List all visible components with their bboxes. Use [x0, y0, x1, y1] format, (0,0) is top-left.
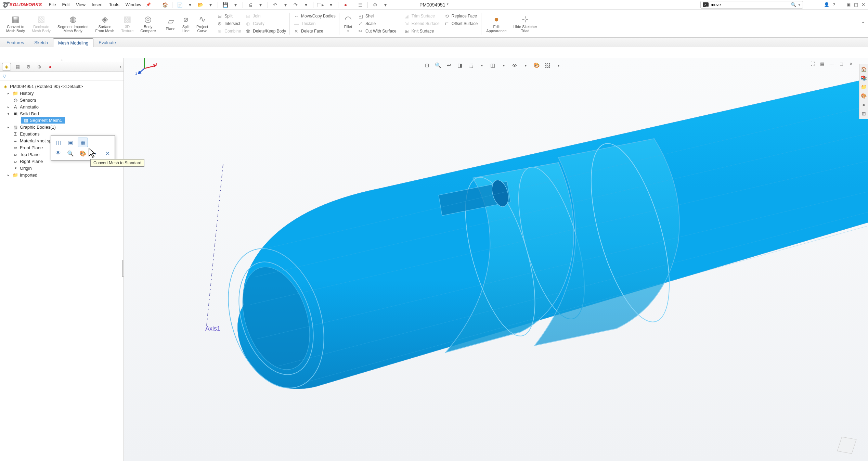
- graphics-area[interactable]: y x z: [124, 58, 868, 461]
- tree-root[interactable]: ◈ PM0094951 (Rotated 90) <<Default>: [1, 83, 122, 90]
- display-tab-icon[interactable]: ●: [46, 63, 55, 71]
- tree-imported[interactable]: ▸ 📁 Imported: [1, 171, 122, 178]
- maximize-view-icon[interactable]: ◻: [838, 60, 845, 67]
- previous-view-icon[interactable]: ↩: [444, 61, 453, 70]
- tab-sketch[interactable]: Sketch: [29, 38, 53, 47]
- tree-solid-bodies[interactable]: ▾ ▣ Solid Bod: [1, 110, 122, 117]
- collapse-icon[interactable]: ▸: [8, 105, 11, 109]
- chevron-down-icon[interactable]: ▾: [207, 1, 214, 9]
- shell-button[interactable]: ◰Shell: [358, 13, 397, 19]
- split-line-button[interactable]: ⌀ Split Line: [179, 14, 193, 33]
- section-view-icon[interactable]: ◨: [455, 61, 464, 70]
- zoom-fit-icon[interactable]: ⊡: [423, 61, 431, 70]
- chevron-down-icon[interactable]: ▾: [327, 1, 335, 9]
- search-icon[interactable]: 🔍: [791, 2, 796, 7]
- feature-manager-tab-icon[interactable]: ◈: [2, 63, 11, 71]
- cut-surface-button[interactable]: ✂Cut With Surface: [358, 28, 397, 34]
- undo-icon[interactable]: ↶: [271, 1, 279, 9]
- open-icon[interactable]: 📂: [196, 1, 204, 9]
- new-icon[interactable]: 📄: [176, 1, 183, 9]
- menu-file[interactable]: File: [49, 2, 56, 7]
- chevron-down-icon[interactable]: ▾: [257, 1, 264, 9]
- tree-annotations[interactable]: ▸ A Annotatio: [1, 103, 122, 110]
- file-explorer-icon[interactable]: 📁: [860, 84, 867, 90]
- pin-icon[interactable]: 📌: [146, 2, 151, 7]
- display-style-icon[interactable]: ◫: [488, 61, 497, 70]
- chevron-down-icon[interactable]: ▾: [554, 61, 563, 70]
- chevron-down-icon[interactable]: ▾: [347, 29, 349, 33]
- tree-filter[interactable]: ▽: [0, 72, 124, 81]
- chevron-down-icon[interactable]: ▾: [90, 149, 100, 158]
- convert-to-mesh-button[interactable]: ▦ Convert to Mesh Body: [3, 14, 28, 33]
- chevron-down-icon[interactable]: ▾: [798, 2, 801, 7]
- options-icon[interactable]: ☰: [357, 1, 364, 9]
- scale-button[interactable]: ⤢Scale: [358, 21, 397, 27]
- custom-props-icon[interactable]: ⊞: [860, 111, 867, 116]
- zoom-area-icon[interactable]: 🔍: [433, 61, 442, 70]
- edit-appearance-icon[interactable]: 🎨: [532, 61, 541, 70]
- tab-features[interactable]: Features: [1, 38, 29, 47]
- view-triad[interactable]: y x z: [134, 58, 868, 454]
- select-icon[interactable]: ⬚▸: [317, 1, 324, 9]
- intersect-button[interactable]: ⊗Intersect: [217, 21, 241, 27]
- delete-face-button[interactable]: ✕Delete Face: [293, 28, 336, 34]
- minimize-icon[interactable]: —: [839, 2, 843, 7]
- home-icon[interactable]: 🏠: [161, 1, 169, 9]
- tree-graphic-bodies[interactable]: ▸ ▨ Graphic Bodies(1): [1, 124, 122, 130]
- chevron-down-icon[interactable]: ▾: [521, 61, 530, 70]
- resources-icon[interactable]: 🏠: [860, 66, 867, 72]
- menu-edit[interactable]: Edit: [62, 2, 70, 7]
- chevron-down-icon[interactable]: ▾: [232, 1, 239, 9]
- replace-face-button[interactable]: ⟲Replace Face: [444, 13, 478, 19]
- tree-expand-icon[interactable]: ›: [120, 64, 121, 69]
- tree-history[interactable]: ▸ 📁 History: [1, 90, 122, 97]
- chevron-down-icon[interactable]: ▾: [499, 61, 508, 70]
- delete-icon[interactable]: ✕: [102, 149, 113, 158]
- rebuild-icon[interactable]: ●: [342, 1, 349, 9]
- tree-segment-mesh[interactable]: ▦ Segment Mesh1: [21, 117, 65, 124]
- hide-icon[interactable]: 👁: [53, 149, 63, 158]
- save-icon[interactable]: 💾: [221, 1, 229, 9]
- close-view-icon[interactable]: ✕: [847, 60, 854, 67]
- chevron-down-icon[interactable]: ▾: [302, 1, 310, 9]
- split-button[interactable]: ⊟Split: [217, 13, 241, 19]
- close-icon[interactable]: ✕: [861, 2, 865, 7]
- body-icon[interactable]: ▣: [65, 138, 76, 147]
- configuration-tab-icon[interactable]: ⚙: [24, 63, 33, 71]
- print-icon[interactable]: 🖨: [246, 1, 254, 9]
- chevron-down-icon[interactable]: ▾: [477, 61, 486, 70]
- collapse-icon[interactable]: ▸: [8, 91, 11, 95]
- offset-surface-button[interactable]: ⊏Offset Surface: [444, 21, 478, 27]
- tab-evaluate[interactable]: Evaluate: [93, 38, 121, 47]
- help-icon[interactable]: ?: [833, 2, 835, 7]
- property-manager-tab-icon[interactable]: ▦: [13, 63, 22, 71]
- move-copy-button[interactable]: ↔Move/Copy Bodies: [293, 13, 336, 19]
- chevron-down-icon[interactable]: ▾: [186, 1, 194, 9]
- redo-icon[interactable]: ↷: [292, 1, 299, 9]
- appearances-icon[interactable]: ●: [860, 102, 867, 107]
- fillet-button[interactable]: ◠ Fillet ▾: [341, 14, 355, 33]
- delete-keep-button[interactable]: 🗑Delete/Keep Body: [245, 28, 286, 34]
- zoom-to-icon[interactable]: 🔍: [65, 149, 76, 158]
- chevron-down-icon[interactable]: ▾: [381, 1, 389, 9]
- menu-tools[interactable]: Tools: [109, 2, 119, 7]
- menu-insert[interactable]: Insert: [92, 2, 103, 7]
- collapse-icon[interactable]: ▸: [8, 173, 11, 177]
- design-library-icon[interactable]: 📚: [860, 75, 867, 81]
- search-input[interactable]: [711, 2, 791, 7]
- body-compare-button[interactable]: ◎ Body Compare: [137, 14, 159, 33]
- plane-button[interactable]: ▱ Plane: [163, 16, 179, 31]
- apply-scene-icon[interactable]: 🖼: [543, 61, 552, 70]
- edit-appearance-button[interactable]: ● Edit Appearance: [483, 14, 510, 33]
- restore-icon[interactable]: ▣: [846, 2, 851, 7]
- menu-view[interactable]: View: [76, 2, 86, 7]
- hide-show-icon[interactable]: 👁: [510, 61, 519, 70]
- knit-surface-button[interactable]: ⊞Knit Surface: [404, 28, 440, 34]
- maximize-icon[interactable]: ◰: [854, 2, 858, 7]
- command-search[interactable]: >_ 🔍 ▾: [700, 1, 803, 9]
- view-palette-icon[interactable]: 🎨: [860, 93, 867, 99]
- settings-icon[interactable]: ⚙: [371, 1, 379, 9]
- expand-icon[interactable]: ⛶: [809, 60, 816, 67]
- appearance-icon[interactable]: 🎨: [78, 149, 88, 158]
- tab-mesh-modeling[interactable]: Mesh Modeling: [53, 38, 93, 47]
